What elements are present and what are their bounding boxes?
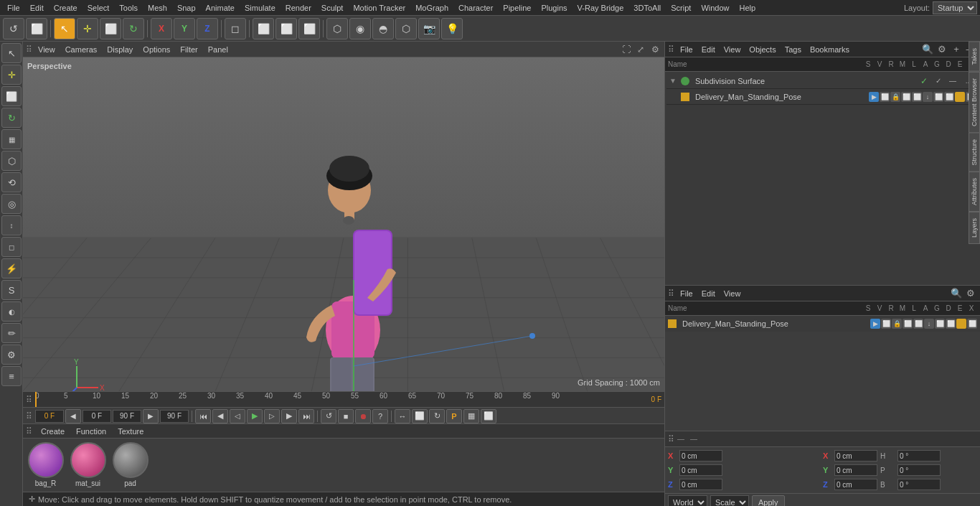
end-preview-input[interactable]: [113, 410, 141, 423]
menu-3dtoall[interactable]: 3DToAll: [629, 2, 665, 14]
del-icon-2[interactable]: ⬜: [880, 92, 890, 102]
attr-settings-icon[interactable]: ⚙: [964, 287, 977, 300]
add-icon[interactable]: +: [950, 43, 963, 56]
camera-anim-btn[interactable]: ⬜: [481, 409, 496, 423]
attr-del-icon-2[interactable]: ⬜: [881, 319, 891, 329]
render-view-btn[interactable]: ⬜: [275, 18, 297, 39]
loop-btn[interactable]: ↺: [321, 409, 336, 423]
coord-rx-input[interactable]: [834, 450, 877, 462]
structure-tab[interactable]: Structure: [969, 133, 980, 172]
tool-spline[interactable]: ⟲: [1, 172, 22, 192]
viewport-shading-btn[interactable]: ◉: [349, 18, 371, 39]
object-list-btn[interactable]: ⬡: [395, 18, 417, 39]
axis-z-btn[interactable]: Z: [197, 18, 218, 39]
fcurve-btn[interactable]: ▦: [463, 409, 479, 423]
attr-del-icon-3[interactable]: 🔒: [892, 319, 902, 329]
coord-y-input[interactable]: [679, 464, 722, 476]
coord-rz-input[interactable]: [834, 479, 877, 490]
tool-paint[interactable]: ✏: [1, 323, 22, 343]
object-mode-btn[interactable]: ◻: [225, 18, 246, 39]
3d-viewport[interactable]: X Y Z Perspective Grid Spacing : 1000 cm: [23, 57, 664, 391]
menu-simulate[interactable]: Simulate: [240, 2, 280, 14]
viewport-menu-cameras[interactable]: Cameras: [61, 44, 102, 55]
menu-mograph[interactable]: MoGraph: [411, 2, 453, 14]
menu-pipeline[interactable]: Pipeline: [499, 2, 535, 14]
tool-select[interactable]: ↖: [1, 43, 22, 63]
takes-tab[interactable]: Takes: [969, 42, 980, 72]
objects-tags-menu[interactable]: Tags: [782, 45, 804, 54]
frame-range-prev-btn[interactable]: ◀: [65, 409, 81, 423]
del-icon-1[interactable]: ▶: [869, 92, 879, 102]
menu-plugins[interactable]: Plugins: [537, 2, 571, 14]
menu-script[interactable]: Script: [666, 2, 695, 14]
subdivision-surface-row[interactable]: ▼ Subdivision Surface ✓ ✓ — ...: [666, 73, 979, 89]
del-icon-6[interactable]: ↓: [923, 92, 933, 102]
view-cube-btn[interactable]: ⬡: [326, 18, 348, 39]
material-item-bag-r[interactable]: bag_R: [26, 442, 65, 489]
coord-p-input[interactable]: [897, 464, 941, 476]
viewport-menu-options[interactable]: Options: [138, 44, 174, 55]
attr-search-icon[interactable]: 🔍: [950, 287, 963, 300]
attr-view-menu[interactable]: View: [721, 289, 744, 298]
delivery-attr-row[interactable]: Delivery_Man_Standing_Pose ▶ ⬜ 🔒 ⬜ ⬜ ↓ ⬜…: [665, 316, 980, 332]
frame-range-next-btn[interactable]: ▶: [143, 409, 159, 423]
viewport-menu-filter[interactable]: Filter: [176, 44, 202, 55]
apply-button[interactable]: Apply: [752, 495, 785, 507]
tool-deform[interactable]: ↕: [1, 215, 22, 235]
coord-ry-input[interactable]: [834, 464, 877, 476]
del-icon-4[interactable]: ⬜: [901, 92, 911, 102]
camera-btn[interactable]: 📷: [418, 18, 440, 39]
tool-scale[interactable]: ⬜: [1, 86, 22, 106]
history-btn[interactable]: ⬜: [26, 18, 47, 39]
pla-btn[interactable]: P: [446, 409, 462, 423]
light-btn[interactable]: ◓: [372, 18, 394, 39]
mat-menu-texture[interactable]: Texture: [115, 427, 146, 436]
subdiv-v-icon[interactable]: ✓: [933, 77, 944, 85]
keyframe-btn[interactable]: ⬜: [412, 409, 428, 423]
tool-tag[interactable]: S: [1, 280, 22, 300]
start-frame-input[interactable]: [83, 410, 111, 423]
tool-light[interactable]: ⚡: [1, 258, 22, 278]
viewport-maximize-btn[interactable]: ⤢: [634, 43, 647, 56]
axis-x-btn[interactable]: X: [151, 18, 172, 39]
rotate-btn[interactable]: ↻: [123, 18, 144, 39]
menu-file[interactable]: File: [3, 2, 24, 14]
viewport-expand-btn[interactable]: ⛶: [620, 43, 633, 56]
world-select[interactable]: World: [668, 495, 707, 507]
prev-frame-btn[interactable]: ◀: [212, 409, 228, 423]
mat-menu-function[interactable]: Function: [73, 427, 109, 436]
next-key-btn[interactable]: ▷: [264, 409, 280, 423]
objects-bookmarks-menu[interactable]: Bookmarks: [807, 45, 852, 54]
lamp-btn[interactable]: 💡: [441, 18, 463, 39]
subdiv-check-icon[interactable]: ✓: [918, 76, 930, 86]
menu-create[interactable]: Create: [50, 2, 82, 14]
subdiv-collapse-arrow[interactable]: ▼: [669, 77, 677, 85]
attr-del-icon-8[interactable]: ⬜: [946, 319, 956, 329]
attr-del-icon-6[interactable]: ↓: [924, 319, 934, 329]
del-icon-3[interactable]: 🔒: [890, 92, 900, 102]
menu-render[interactable]: Render: [281, 2, 316, 14]
layers-tab[interactable]: Layers: [969, 212, 980, 244]
attr-file-menu[interactable]: File: [677, 289, 696, 298]
material-item-mat-sui[interactable]: mat_sui: [68, 442, 108, 489]
filter-icon[interactable]: ⚙: [936, 43, 948, 56]
play-btn[interactable]: ▶: [247, 409, 263, 423]
coord-h-input[interactable]: [897, 450, 941, 462]
render-all-btn[interactable]: ⬜: [298, 18, 320, 39]
tool-rotate[interactable]: ↻: [1, 108, 22, 128]
menu-tools[interactable]: Tools: [115, 2, 142, 14]
tool-sculpt[interactable]: ⚙: [1, 345, 22, 365]
tool-polygon[interactable]: ▦: [1, 129, 22, 149]
ik-btn[interactable]: ↻: [429, 409, 445, 423]
select-btn[interactable]: ↖: [54, 18, 75, 39]
menu-select[interactable]: Select: [83, 2, 114, 14]
record-btn[interactable]: ⏺: [355, 409, 371, 423]
viewport-settings-btn[interactable]: ⚙: [649, 43, 661, 56]
menu-mesh[interactable]: Mesh: [143, 2, 171, 14]
tool-move[interactable]: ✛: [1, 65, 22, 85]
objects-objects-menu[interactable]: Objects: [746, 45, 778, 54]
move-btn[interactable]: ✛: [77, 18, 98, 39]
objects-file-menu[interactable]: File: [677, 45, 696, 54]
undo-btn[interactable]: ↺: [3, 18, 24, 39]
menu-edit[interactable]: Edit: [26, 2, 48, 14]
